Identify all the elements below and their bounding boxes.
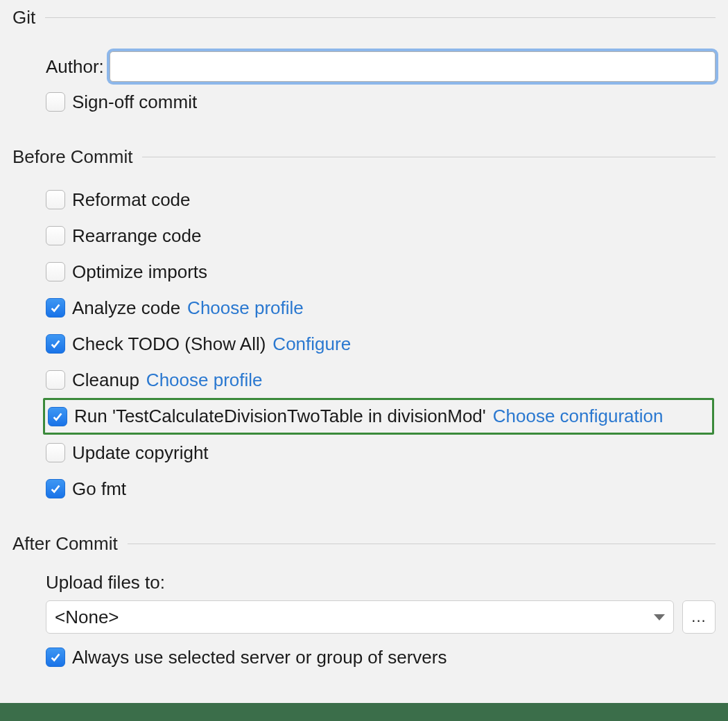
always-checkbox[interactable] (46, 648, 65, 667)
run-highlight-box: Run 'TestCalculateDivisionTwoTable in di… (43, 398, 714, 435)
run-label: Run 'TestCalculateDivisionTwoTable in di… (74, 406, 486, 427)
gofmt-checkbox[interactable] (46, 479, 65, 498)
browse-label: ... (691, 608, 706, 626)
divider (45, 17, 716, 18)
author-label: Author: (46, 56, 104, 78)
todo-checkbox[interactable] (46, 334, 65, 354)
cleanup-label: Cleanup (72, 370, 139, 391)
todo-row[interactable]: Check TODO (Show All) Configure (46, 326, 716, 362)
upload-select[interactable]: <None> (46, 600, 674, 634)
sign-off-row[interactable]: Sign-off commit (46, 84, 716, 120)
run-row[interactable]: Run 'TestCalculateDivisionTwoTable in di… (48, 404, 707, 428)
sign-off-label: Sign-off commit (72, 92, 197, 113)
todo-label: Check TODO (Show All) (72, 333, 266, 355)
analyze-link[interactable]: Choose profile (187, 297, 304, 319)
upload-label: Upload files to: (46, 572, 165, 593)
author-row: Author: (46, 49, 716, 84)
gofmt-row[interactable]: Go fmt (46, 471, 716, 507)
optimize-checkbox[interactable] (46, 262, 65, 281)
gofmt-label: Go fmt (72, 478, 126, 500)
author-input[interactable] (110, 51, 716, 82)
divider (142, 157, 716, 157)
analyze-label: Analyze code (72, 297, 180, 319)
rearrange-label: Rearrange code (72, 225, 201, 247)
section-title-git: Git (12, 7, 35, 28)
chevron-down-icon (654, 614, 665, 620)
always-label: Always use selected server or group of s… (72, 647, 447, 668)
always-row[interactable]: Always use selected server or group of s… (46, 639, 716, 675)
reformat-label: Reformat code (72, 189, 191, 211)
section-header-git: Git (12, 7, 716, 28)
optimize-label: Optimize imports (72, 261, 207, 283)
run-link[interactable]: Choose configuration (493, 406, 664, 427)
sign-off-checkbox[interactable] (46, 92, 65, 112)
copyright-row[interactable]: Update copyright (46, 435, 716, 471)
run-checkbox[interactable] (48, 407, 67, 426)
section-header-after: After Commit (12, 533, 716, 555)
analyze-row[interactable]: Analyze code Choose profile (46, 290, 716, 326)
reformat-checkbox[interactable] (46, 190, 65, 209)
section-title-before: Before Commit (12, 146, 132, 168)
copyright-label: Update copyright (72, 442, 209, 464)
cleanup-checkbox[interactable] (46, 370, 65, 390)
browse-button[interactable]: ... (682, 600, 716, 634)
cleanup-row[interactable]: Cleanup Choose profile (46, 362, 716, 398)
analyze-checkbox[interactable] (46, 298, 65, 318)
bottom-bar (0, 703, 728, 721)
cleanup-link[interactable]: Choose profile (146, 370, 263, 391)
todo-link[interactable]: Configure (272, 333, 351, 355)
divider (128, 544, 716, 544)
optimize-row[interactable]: Optimize imports (46, 254, 716, 290)
rearrange-row[interactable]: Rearrange code (46, 218, 716, 254)
reformat-row[interactable]: Reformat code (46, 182, 716, 218)
section-title-after: After Commit (12, 533, 118, 555)
upload-select-value: <None> (55, 607, 119, 628)
rearrange-checkbox[interactable] (46, 226, 65, 245)
copyright-checkbox[interactable] (46, 443, 65, 462)
section-header-before: Before Commit (12, 146, 716, 168)
